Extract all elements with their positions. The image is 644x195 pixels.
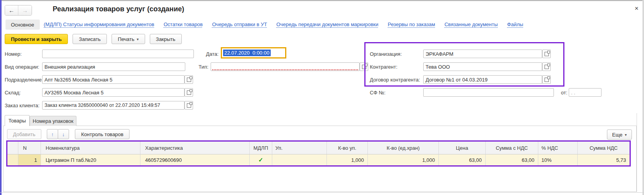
more-button[interactable]: Еще ▾ (607, 129, 632, 140)
warehouse-input[interactable]: АУ3265 Москва Лесная 5 (42, 88, 185, 97)
forward-icon: → (22, 7, 28, 14)
counterparty-label: Контрагент: (370, 64, 397, 70)
row-vat-rate-cell[interactable]: 10% (538, 154, 578, 165)
row-qty-pack-cell[interactable]: 1,000 (327, 154, 368, 165)
row-pack-cell[interactable] (272, 154, 327, 165)
check-icon: ✓ (258, 156, 263, 163)
tab-main[interactable]: Основное (5, 20, 40, 30)
open-icon (187, 90, 191, 95)
window-top-edge (0, 0, 644, 1)
header-price[interactable]: Цена (439, 142, 486, 154)
more-button-label: Еще (612, 132, 622, 138)
type-input[interactable] (211, 62, 360, 71)
warehouse-open-button[interactable] (185, 88, 193, 97)
header-qty-unit[interactable]: К-во (ед.хран) (368, 142, 439, 154)
tab-pack-numbers[interactable]: Номера упаковок (30, 116, 76, 126)
move-down-button[interactable]: ↓ (58, 129, 69, 139)
chevron-down-icon: ▾ (625, 133, 627, 137)
link-marking-docs-queue[interactable]: Очередь передачи документов маркировки (277, 21, 378, 27)
open-icon (362, 65, 366, 69)
row-mdlp-cell[interactable]: ✓ (250, 154, 272, 165)
invoice-number-label: СФ №: (370, 90, 385, 96)
link-related-documents[interactable]: Связанные документы (444, 21, 498, 27)
goods-control-button[interactable]: Контроль товаров (75, 129, 130, 139)
tab-goods[interactable]: Товары (5, 115, 30, 126)
row-nomenclature-cell[interactable]: Цитрамон П таб.№20 (41, 154, 140, 165)
add-row-button[interactable]: Добавить (7, 129, 41, 139)
link-goods-remainders[interactable]: Остатки товаров (163, 21, 202, 27)
open-icon (187, 78, 191, 82)
goods-table: N Номенклатура Характеристика МДЛП Уп. К… (6, 140, 631, 167)
chevron-down-icon: ▾ (137, 37, 139, 41)
customer-order-open-button[interactable] (185, 101, 193, 110)
forward-button[interactable]: → (18, 5, 32, 15)
operation-label: Вид операции: (5, 64, 39, 70)
header-nomenclature[interactable]: Номенклатура (41, 142, 140, 154)
header-pack[interactable]: Уп. (272, 142, 327, 154)
department-open-button[interactable] (185, 75, 193, 84)
row-vat-sum-cell[interactable]: 5,73 (578, 154, 630, 165)
date-label: Дата: (206, 51, 218, 57)
print-button[interactable]: Печать ▾ (112, 34, 145, 44)
counterparty-input[interactable]: Тева ООО (423, 62, 542, 71)
number-input[interactable] (42, 50, 194, 58)
row-sum-with-vat-cell[interactable]: 63,00 (486, 154, 538, 165)
print-button-label: Печать (118, 36, 135, 42)
table-row: 1 Цитрамон П таб.№20 4605729600690 ✓ 1,0… (7, 154, 630, 165)
link-ut-send-queue[interactable]: Очередь отправки в УТ (212, 21, 267, 27)
organization-label: Организация: (370, 51, 402, 57)
window-left-accent (0, 0, 2, 195)
link-mdlp-statuses[interactable]: (МДЛП) Статусы информирования документов (44, 21, 154, 27)
row-qty-unit-cell[interactable]: 1,000 (368, 154, 439, 165)
open-icon (545, 78, 549, 82)
move-up-button[interactable]: ↑ (47, 129, 58, 139)
close-icon[interactable]: × (632, 4, 641, 13)
header-mdlp[interactable]: МДЛП (250, 142, 272, 154)
write-button[interactable]: Записать (73, 34, 107, 44)
link-order-reserves[interactable]: Резервы по заказам (388, 21, 435, 27)
open-icon (545, 65, 549, 69)
open-icon (545, 52, 549, 56)
contract-open-button[interactable] (542, 75, 551, 84)
arrow-up-icon: ↑ (51, 131, 54, 137)
row-n-cell[interactable]: 1 (18, 154, 41, 165)
window-bottom-divider (0, 192, 644, 193)
organization-input[interactable]: ЭРКАФАРМ (423, 50, 542, 58)
invoice-date-input[interactable]: . . (569, 88, 601, 97)
header-vat-sum[interactable]: Сумма НДС (578, 142, 630, 154)
organization-open-button[interactable] (542, 50, 551, 58)
warehouse-label: Склад: (5, 90, 21, 96)
invoice-number-input[interactable] (423, 88, 554, 97)
contract-input[interactable]: Договор №1 от 04.03.2019 (423, 75, 542, 84)
close-button[interactable]: Закрыть (150, 34, 182, 44)
history-nav: ← → (5, 5, 32, 16)
header-sum-with-vat[interactable]: Сумма с НДС (486, 142, 538, 154)
header-qty-pack[interactable]: К-во уп. (327, 142, 368, 154)
customer-order-input[interactable]: Заказ клиента 32650000040 от 22.07.2020 … (42, 101, 185, 110)
open-icon (187, 103, 191, 108)
date-input[interactable]: 22.07.2020 0:00:00 (223, 50, 271, 56)
header-n[interactable]: N (18, 142, 41, 154)
row-characteristic-cell[interactable]: 4605729600690 (140, 154, 250, 165)
counterparty-open-button[interactable] (542, 62, 551, 71)
nav-links: (МДЛП) Статусы информирования документов… (44, 21, 523, 27)
type-open-button[interactable] (360, 62, 368, 71)
header-selector[interactable] (7, 142, 18, 154)
customer-order-label: Заказ клиента: (5, 103, 39, 108)
operation-input[interactable]: Внешняя реализация (42, 62, 185, 71)
row-price-cell[interactable]: 63,00 (439, 154, 486, 165)
annotation-highlight-date: 22.07.2020 0:00:00 (221, 47, 286, 58)
link-files[interactable]: Файлы (507, 21, 523, 27)
invoice-date-label: от: (561, 90, 568, 96)
row-selector-cell[interactable] (7, 154, 18, 165)
panel-right-divider (637, 113, 637, 192)
command-bar: Провести и закрыть Записать Печать ▾ Зак… (5, 34, 182, 44)
contract-label: Договор контрагента: (370, 77, 420, 83)
back-button[interactable]: ← (5, 5, 18, 15)
window-right-edge (642, 0, 644, 195)
post-and-close-button[interactable]: Провести и закрыть (5, 34, 68, 44)
type-label: Тип: (199, 64, 208, 70)
header-vat-rate[interactable]: % НДС (538, 142, 578, 154)
header-characteristic[interactable]: Характеристика (140, 142, 250, 154)
department-input[interactable]: Апт №3265 Москва Лесная 5 (42, 75, 185, 84)
